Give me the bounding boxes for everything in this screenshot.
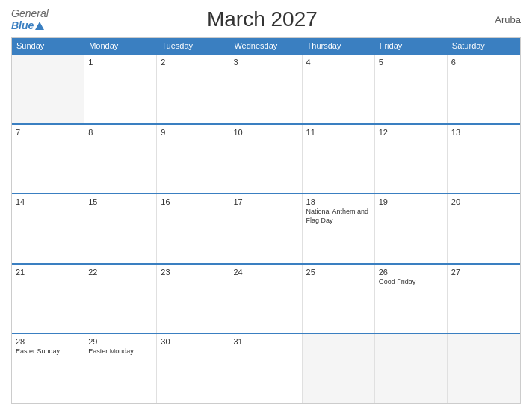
cell-event: Good Friday	[379, 278, 443, 287]
week-row-2: 78910111213	[12, 123, 520, 194]
calendar-cell: 19	[375, 194, 448, 263]
cell-number: 18	[306, 197, 371, 206]
cell-number: 22	[88, 268, 152, 276]
cell-number: 14	[16, 197, 80, 206]
cell-number: 3	[233, 58, 297, 67]
cell-number: 24	[233, 268, 297, 276]
calendar-cell: 5	[375, 55, 448, 123]
cell-number: 16	[161, 197, 225, 206]
calendar-cell: 9	[157, 125, 229, 194]
cell-number: 4	[306, 58, 371, 67]
day-header-tuesday: Tuesday	[157, 38, 229, 53]
calendar-cell: 12	[375, 125, 448, 194]
cell-number: 6	[451, 58, 516, 67]
calendar-cell: 6	[448, 55, 520, 123]
cell-number: 21	[16, 268, 80, 276]
calendar-cell: 23	[157, 265, 229, 333]
cell-number: 10	[233, 128, 297, 137]
calendar-cell: 11	[303, 125, 375, 194]
logo-triangle-icon	[35, 22, 44, 30]
week-row-5: 28Easter Sunday29Easter Monday3031	[12, 333, 520, 403]
cell-number: 26	[379, 268, 443, 276]
calendar-cell: 28Easter Sunday	[12, 334, 84, 403]
cell-number: 11	[306, 128, 371, 137]
weeks-container: 123456789101112131415161718National Anth…	[12, 53, 520, 403]
cell-number: 13	[451, 128, 516, 137]
week-row-4: 212223242526Good Friday27	[12, 263, 520, 333]
logo-general-text: General	[11, 7, 49, 19]
cell-number: 20	[451, 197, 516, 206]
day-header-sunday: Sunday	[12, 38, 84, 53]
cell-number: 19	[379, 197, 443, 206]
calendar-cell: 16	[157, 194, 229, 263]
calendar-cell: 21	[12, 265, 84, 333]
calendar-cell: 17	[229, 194, 302, 263]
cell-number: 25	[306, 268, 371, 276]
cell-number: 27	[451, 268, 516, 276]
calendar-cell: 25	[303, 265, 375, 333]
week-row-3: 1415161718National Anthem and Flag Day19…	[12, 193, 520, 263]
calendar-cell	[375, 334, 448, 403]
cell-event: Easter Sunday	[16, 347, 80, 356]
day-header-wednesday: Wednesday	[229, 38, 302, 53]
logo-line1: General	[11, 7, 49, 19]
calendar-cell	[448, 334, 520, 403]
calendar-header: General Blue March 2027 Aruba	[11, 7, 521, 31]
logo-line2: Blue	[11, 19, 44, 31]
cell-number: 5	[379, 58, 443, 67]
calendar-cell	[12, 55, 84, 123]
calendar-cell: 27	[448, 265, 520, 333]
calendar-cell: 13	[448, 125, 520, 194]
calendar-cell: 24	[229, 265, 302, 333]
days-header: SundayMondayTuesdayWednesdayThursdayFrid…	[12, 38, 520, 53]
calendar-cell: 20	[448, 194, 520, 263]
country-label: Aruba	[476, 14, 521, 25]
cell-number: 1	[88, 58, 152, 67]
calendar-cell: 22	[84, 265, 157, 333]
cell-number: 28	[16, 337, 80, 346]
calendar-cell: 1	[84, 55, 157, 123]
cell-event: Easter Monday	[88, 347, 152, 356]
cell-number: 8	[88, 128, 152, 137]
week-row-1: 123456	[12, 53, 520, 123]
logo-blue-text: Blue	[11, 19, 34, 31]
cell-number: 2	[161, 58, 225, 67]
cell-number: 7	[16, 128, 80, 137]
calendar-cell: 3	[229, 55, 302, 123]
calendar-cell: 4	[303, 55, 375, 123]
cell-number: 23	[161, 268, 225, 276]
calendar-cell: 29Easter Monday	[84, 334, 157, 403]
cell-number: 29	[88, 337, 152, 346]
calendar-cell: 26Good Friday	[375, 265, 448, 333]
calendar-cell: 10	[229, 125, 302, 194]
calendar-cell: 31	[229, 334, 302, 403]
cell-number: 12	[379, 128, 443, 137]
day-header-friday: Friday	[375, 38, 448, 53]
day-header-saturday: Saturday	[448, 38, 520, 53]
cell-number: 30	[161, 337, 225, 346]
cell-number: 15	[88, 197, 152, 206]
cell-event: National Anthem and Flag Day	[306, 208, 371, 225]
cell-number: 9	[161, 128, 225, 137]
calendar-cell: 2	[157, 55, 229, 123]
calendar-cell: 18National Anthem and Flag Day	[303, 194, 375, 263]
calendar: SundayMondayTuesdayWednesdayThursdayFrid…	[11, 37, 521, 404]
calendar-cell: 7	[12, 125, 84, 194]
day-header-thursday: Thursday	[303, 38, 375, 53]
calendar-cell: 15	[84, 194, 157, 263]
logo: General Blue	[11, 7, 49, 31]
calendar-cell: 8	[84, 125, 157, 194]
calendar-cell	[303, 334, 375, 403]
cell-number: 31	[233, 337, 297, 346]
day-header-monday: Monday	[84, 38, 157, 53]
calendar-cell: 30	[157, 334, 229, 403]
cell-number: 17	[233, 197, 297, 206]
page-title: March 2027	[49, 7, 476, 31]
calendar-cell: 14	[12, 194, 84, 263]
